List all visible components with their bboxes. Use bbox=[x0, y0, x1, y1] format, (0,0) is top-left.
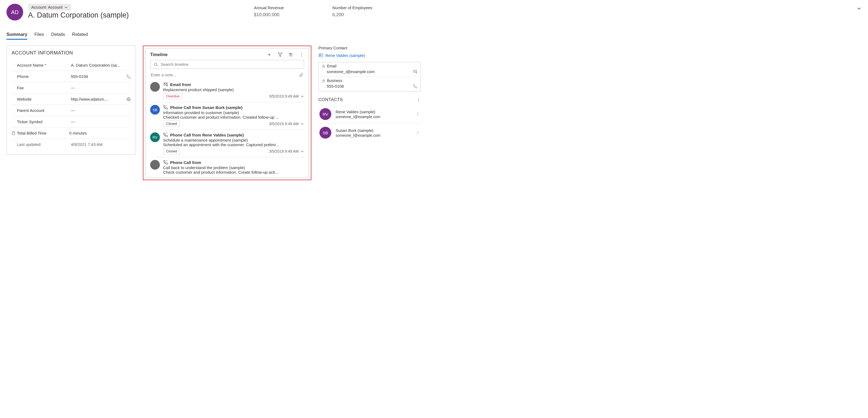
timeline-search[interactable] bbox=[150, 60, 304, 69]
activity-description: Checked customer and product information… bbox=[163, 115, 304, 119]
svg-point-29 bbox=[417, 114, 418, 114]
parent-account-label: Parent Account bbox=[17, 108, 71, 113]
svg-point-14 bbox=[301, 53, 302, 54]
account-information-panel: ACCOUNT INFORMATION Account Name* A. Dat… bbox=[6, 46, 136, 154]
activity-status-tag: Overdue bbox=[163, 93, 183, 99]
svg-rect-2 bbox=[12, 131, 14, 135]
revenue-value: $10,000.000 bbox=[254, 12, 284, 18]
header-stats: Annual Revenue $10,000.000 Number of Emp… bbox=[254, 5, 372, 18]
timeline-note-input[interactable] bbox=[151, 72, 299, 77]
svg-point-25 bbox=[418, 98, 419, 99]
contact-name: Rene Valdes (sample) bbox=[336, 110, 412, 114]
phone-label: Phone bbox=[17, 74, 71, 79]
activity-type-label: Phone Call from Rene Valdes (sample) bbox=[170, 133, 244, 137]
phone-icon bbox=[163, 160, 168, 165]
add-activity-button[interactable] bbox=[267, 52, 272, 57]
activity-date: 3/5/2019 9:49 AM bbox=[269, 94, 304, 98]
activity-subject: Replacement product shipped (sample) bbox=[163, 87, 304, 92]
chevron-down-icon[interactable] bbox=[300, 94, 304, 98]
contact-row[interactable]: SB Susan Burk (sample) someone_l@example… bbox=[318, 123, 421, 142]
chevron-down-icon bbox=[64, 5, 68, 9]
primary-contact-name: Rene Valdes (sample) bbox=[326, 53, 365, 58]
globe-icon[interactable] bbox=[126, 97, 131, 101]
timeline-item[interactable]: SB Phone Call from Susan Burk (sample) I… bbox=[150, 102, 304, 129]
record-header: AD Account: Account A. Datum Corporation… bbox=[6, 4, 862, 21]
phone-value[interactable]: 555-0158 bbox=[71, 74, 124, 79]
primary-contact-link[interactable]: Rene Valdes (sample) bbox=[318, 53, 421, 58]
more-actions-button[interactable] bbox=[299, 52, 304, 57]
fax-label: Fax bbox=[17, 86, 71, 90]
svg-point-17 bbox=[154, 63, 157, 65]
svg-line-18 bbox=[157, 65, 157, 66]
activity-description: Scheduled an appointment with the custom… bbox=[163, 142, 304, 147]
phone-icon bbox=[163, 105, 168, 110]
contact-name: Susan Burk (sample) bbox=[336, 128, 412, 133]
account-title: A. Datum Corporation (sample) bbox=[28, 11, 249, 20]
employees-value: 6,200 bbox=[332, 12, 372, 18]
timeline-item[interactable]: Email from Replacement product shipped (… bbox=[150, 79, 304, 102]
website-value[interactable]: http://www.adatum.... bbox=[71, 97, 124, 101]
timeline-note-row[interactable] bbox=[150, 70, 304, 79]
phone-icon[interactable] bbox=[413, 84, 417, 88]
last-updated-label: Last updated: bbox=[17, 142, 71, 147]
lock-icon bbox=[322, 64, 326, 68]
contacts-heading: CONTACTS bbox=[318, 97, 343, 102]
sort-button[interactable] bbox=[288, 52, 293, 57]
parent-account-value[interactable]: --- bbox=[71, 108, 131, 113]
primary-contact-heading: Primary Contact bbox=[318, 46, 421, 50]
timeline-item[interactable]: Phone Call from Call back to understand … bbox=[150, 157, 304, 177]
tab-files[interactable]: Files bbox=[34, 30, 44, 40]
ticker-value[interactable]: --- bbox=[71, 119, 131, 124]
pc-business-value[interactable]: 555-0108 bbox=[327, 84, 413, 88]
timeline-highlight-frame: Timeline bbox=[143, 46, 311, 180]
phone-icon[interactable] bbox=[126, 74, 131, 79]
account-name-value[interactable]: A. Datum Corporation (sa... bbox=[71, 63, 131, 67]
timeline-panel: Timeline bbox=[146, 48, 309, 177]
last-updated-value: 4/9/2021 7:43 AM bbox=[71, 142, 131, 147]
svg-point-33 bbox=[417, 133, 418, 134]
lock-icon bbox=[322, 79, 326, 83]
svg-marker-9 bbox=[278, 53, 282, 57]
contact-row[interactable]: RV Rene Valdes (sample) someone_i@exampl… bbox=[318, 105, 421, 123]
pc-email-value[interactable]: someone_i@example.com bbox=[327, 69, 413, 74]
timeline-item[interactable]: RV Phone Call from Rene Valdes (sample) … bbox=[150, 129, 304, 157]
expand-header-button[interactable] bbox=[857, 6, 862, 11]
activity-date: 3/5/2019 9:49 AM bbox=[269, 149, 304, 153]
fax-value[interactable]: --- bbox=[71, 86, 131, 90]
entity-type-selector[interactable]: Account: Account bbox=[28, 4, 71, 10]
chevron-down-icon[interactable] bbox=[300, 149, 304, 153]
timeline-search-input[interactable] bbox=[161, 62, 301, 67]
svg-point-27 bbox=[418, 101, 419, 101]
attachment-icon[interactable] bbox=[299, 73, 304, 77]
activity-subject: Schedule a maintenance appointment (samp… bbox=[163, 138, 304, 142]
timeline-heading: Timeline bbox=[150, 52, 168, 57]
chevron-down-icon[interactable] bbox=[300, 122, 304, 126]
svg-rect-24 bbox=[323, 80, 325, 82]
filter-button[interactable] bbox=[278, 52, 282, 57]
ticker-label: Ticker Symbol bbox=[17, 119, 71, 124]
tab-details[interactable]: Details bbox=[51, 30, 65, 40]
contacts-more-button[interactable] bbox=[416, 98, 421, 102]
pc-email-label: Email bbox=[327, 64, 336, 68]
contact-more-button[interactable] bbox=[416, 112, 420, 116]
billed-time-label: Total Billed Time bbox=[17, 131, 69, 136]
contact-avatar: SB bbox=[319, 127, 331, 139]
contact-avatar: RV bbox=[319, 108, 331, 120]
svg-point-26 bbox=[418, 99, 419, 100]
tab-related[interactable]: Related bbox=[72, 30, 88, 40]
activity-subject: Call back to understand the problem (sam… bbox=[163, 165, 304, 170]
send-email-icon[interactable] bbox=[413, 69, 417, 74]
search-icon bbox=[154, 62, 158, 67]
contact-more-button[interactable] bbox=[416, 131, 420, 135]
activity-type-label: Email from bbox=[170, 82, 191, 87]
calculator-icon bbox=[11, 131, 16, 135]
svg-point-28 bbox=[417, 113, 418, 113]
tab-summary[interactable]: Summary bbox=[6, 30, 27, 40]
right-column: Primary Contact Rene Valdes (sample) Ema… bbox=[318, 46, 421, 142]
contact-email: someone_l@example.com bbox=[336, 133, 412, 138]
phone-icon bbox=[163, 132, 168, 137]
activity-type-label: Phone Call from Susan Burk (sample) bbox=[170, 105, 242, 110]
activity-avatar bbox=[150, 82, 160, 92]
activity-type-label: Phone Call from bbox=[170, 160, 201, 165]
activity-subject: Information provided to customer (sample… bbox=[163, 110, 304, 115]
